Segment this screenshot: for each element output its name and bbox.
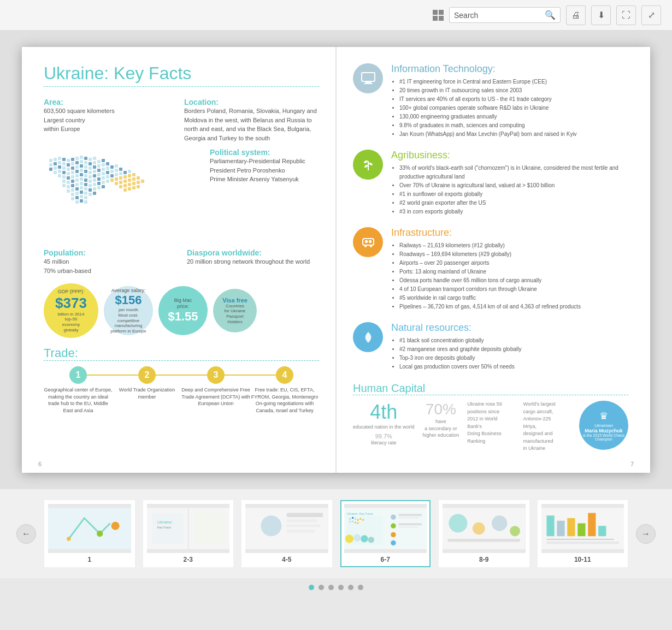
trade-step-3: 3 Deep and Comprehensive Free Trade Agre… (181, 366, 250, 407)
trade-circle-1: 1 (69, 366, 87, 384)
it-item-6: 9.8% of graduates in math, sciences and … (399, 121, 577, 130)
pagination-dot-4[interactable] (338, 585, 344, 590)
svg-rect-96 (119, 185, 122, 188)
svg-point-181 (391, 524, 396, 528)
svg-rect-47 (93, 170, 96, 173)
svg-rect-173 (352, 521, 353, 522)
svg-rect-94 (132, 177, 135, 181)
svg-rect-68 (62, 180, 66, 183)
svg-point-191 (492, 515, 507, 531)
svg-rect-138 (84, 200, 87, 204)
trade-title: Trade: (44, 346, 319, 361)
hc-rank-value: 4th (353, 401, 415, 424)
svg-rect-104 (132, 186, 135, 189)
search-icon[interactable]: 🔍 (545, 10, 556, 20)
svg-rect-145 (365, 240, 368, 243)
print-button[interactable]: 🖨 (566, 5, 586, 25)
location-section: Location: Borders Poland, Romania, Slova… (184, 98, 319, 142)
infra-item-6: 4 of 10 European transport corridors run… (399, 285, 581, 294)
svg-rect-162 (287, 530, 315, 533)
natural-item-4: Local gas production covers over 50% of … (399, 362, 522, 371)
pagination-dot-3[interactable] (328, 585, 334, 590)
svg-rect-101 (141, 180, 144, 183)
thumb-1[interactable]: 1 (44, 500, 135, 567)
svg-rect-141 (364, 83, 373, 84)
thumb-10-11[interactable]: 10-11 (538, 500, 628, 567)
agri-item-1: 33% of world's black-earth soil ("chorno… (399, 164, 628, 181)
population-section: Population: 45 million 70% urban-based (44, 248, 176, 275)
trade-timeline: 1 Geographical center of Europe, making … (44, 366, 319, 414)
svg-rect-69 (67, 181, 70, 184)
thumb-2-3[interactable]: Ukraine: Key Facts 2-3 (143, 500, 234, 567)
search-input[interactable] (454, 11, 541, 20)
thumb-label-8-9: 8-9 (479, 556, 488, 563)
svg-rect-193 (447, 539, 520, 542)
svg-rect-73 (84, 179, 87, 182)
grid-icon[interactable] (433, 10, 444, 21)
pagination-dot-5[interactable] (348, 585, 353, 590)
svg-rect-53 (58, 174, 61, 177)
svg-point-189 (449, 514, 467, 532)
svg-rect-3 (62, 158, 66, 161)
population-label: Population: (44, 248, 176, 257)
svg-rect-123 (93, 187, 96, 191)
svg-rect-99 (132, 182, 135, 185)
svg-point-148 (67, 537, 71, 541)
next-button[interactable]: → (636, 524, 656, 544)
hc-rank: 4th educated nation in the world 99.7% l… (353, 401, 415, 446)
agri-content: Agribusiness: 33% of world's black-earth… (391, 150, 628, 216)
svg-rect-75 (93, 179, 96, 182)
svg-rect-142 (363, 239, 374, 245)
svg-point-182 (391, 532, 396, 537)
svg-rect-33 (89, 167, 92, 170)
svg-rect-171 (362, 519, 364, 521)
natural-item-2: #2 manganese ores and graphite deposits … (399, 345, 522, 354)
page-num-left: 6 (38, 461, 42, 467)
fullscreen-button[interactable]: ⛶ (616, 5, 636, 25)
pagination-dot-1[interactable] (309, 585, 314, 590)
svg-rect-134 (80, 195, 83, 198)
trade-step-4: 4 Free trade: EU, CIS, EFTA, FYROM, Geor… (250, 366, 319, 414)
pagination-dot-2[interactable] (319, 585, 324, 590)
population-text: 45 million 70% urban-based (44, 257, 176, 275)
svg-rect-89 (132, 173, 135, 176)
thumb-label-6-7: 6-7 (381, 556, 390, 563)
svg-rect-10 (93, 157, 96, 160)
svg-rect-91 (119, 181, 122, 184)
political-text: Parliamentary-Presidential Republic Pres… (210, 157, 319, 184)
pagination-dot-6[interactable] (358, 585, 363, 590)
svg-rect-26 (58, 165, 61, 169)
svg-rect-111 (84, 183, 87, 186)
infra-item-5: Odessa ports handle over 65 million tons… (399, 276, 581, 285)
infra-item-4: Ports: 13 along mainland of Ukraine (399, 268, 581, 276)
svg-rect-21 (93, 161, 96, 164)
agri-item-2: Over 70% of Ukraine is agricultural land… (399, 181, 628, 190)
svg-rect-23 (102, 159, 105, 162)
svg-rect-82 (123, 171, 127, 174)
gdp-title: GDP (PPP): (58, 289, 84, 295)
svg-rect-17 (75, 161, 79, 164)
infra-title: Infrastructure: (391, 227, 581, 239)
infra-item-1: Railways – 21,619 kilometers (#12 global… (399, 241, 581, 250)
agri-item-5: #3 in corn exports globally (399, 207, 628, 216)
thumb-6-7[interactable]: Ukraine: Key Facts (340, 500, 431, 567)
svg-rect-13 (58, 161, 61, 164)
hc-pct70-sub: have a secondary or higher education (423, 418, 459, 439)
download-button[interactable]: ⬇ (591, 5, 611, 25)
svg-rect-127 (75, 192, 79, 195)
agri-icon (353, 150, 383, 180)
diaspora-text: 20 million strong network throughout the… (187, 257, 319, 266)
svg-rect-67 (119, 168, 122, 171)
thumb-4-5[interactable]: 4-5 (241, 500, 332, 567)
svg-point-192 (510, 526, 520, 536)
svg-rect-166 (349, 518, 351, 520)
svg-rect-196 (557, 521, 564, 536)
svg-rect-185 (398, 517, 419, 519)
circles-row: GDP (PPP): $373 billion in 2014 top-50 e… (44, 283, 319, 338)
thumb-8-9[interactable]: 8-9 (439, 500, 529, 567)
expand-button[interactable]: ⤢ (641, 5, 661, 25)
svg-rect-66 (115, 169, 118, 172)
prev-button[interactable]: ← (16, 524, 36, 544)
svg-rect-140 (366, 81, 371, 83)
svg-rect-51 (110, 165, 114, 169)
